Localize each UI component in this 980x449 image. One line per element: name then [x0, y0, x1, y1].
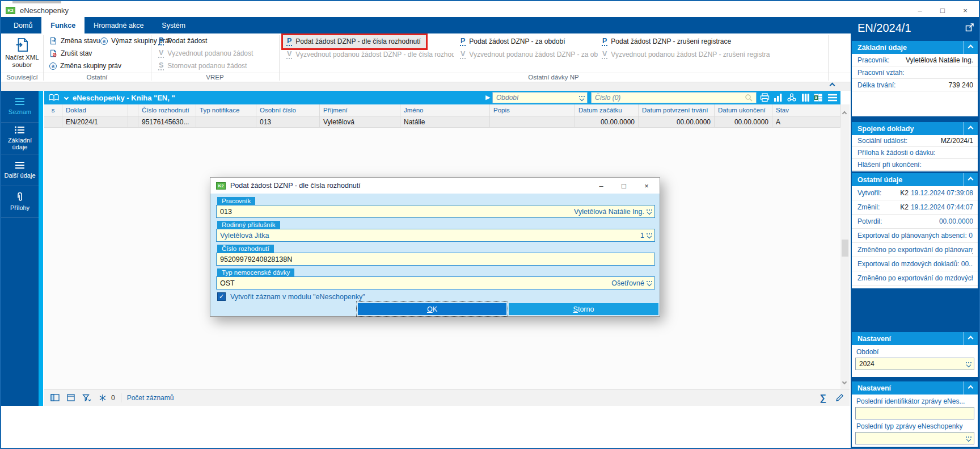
submit-dznp-unregister-button[interactable]: P Podat žádost DZNP - zrušení registrace: [600, 36, 733, 47]
section-header[interactable]: Spojené doklady: [852, 122, 978, 135]
preview-window-icon[interactable]: [66, 393, 76, 403]
scrollbar-thumb[interactable]: [842, 240, 848, 257]
column-header-cislo-rozhodnuti[interactable]: Číslo rozhodnutí: [138, 104, 196, 116]
sidebar-item-prilohy[interactable]: Přílohy: [1, 186, 39, 218]
submit-request-button[interactable]: P Podat žádost: [157, 35, 209, 47]
submit-dznp-by-period-button[interactable]: P Podat žádost DZNP - za období: [458, 36, 567, 47]
cislo-rozhodnuti-input[interactable]: 95209979240828138N: [216, 253, 655, 266]
tab-domu[interactable]: Domů: [5, 17, 41, 33]
excel-export-icon[interactable]: [812, 93, 823, 103]
column-header-s[interactable]: s: [44, 104, 62, 116]
combo-arrow-icon[interactable]: [967, 362, 970, 367]
period-combo[interactable]: 2024: [855, 358, 974, 370]
scroll-down-icon[interactable]: [843, 376, 846, 386]
column-header-datum-potvrzeni-trvani[interactable]: Datum potvrzení trvání: [639, 104, 715, 116]
tab-hromadne-akce[interactable]: Hromadné akce: [85, 17, 153, 33]
sidebar-item-dalsi-udaje[interactable]: Další údaje: [1, 154, 39, 186]
edit-pencil-icon[interactable]: [835, 393, 844, 402]
scroll-up-icon[interactable]: [843, 107, 846, 118]
vertical-scrollbar[interactable]: [840, 104, 850, 389]
column-header-typ-notifikace[interactable]: Typ notifikace: [196, 104, 256, 116]
ok-button[interactable]: OK: [358, 303, 506, 315]
record-count-label: Počet záznamů: [127, 394, 174, 402]
dialog-title-bar: K2 Podat žádost DZNP - dle čísla rozhodn…: [210, 178, 660, 194]
period-filter-field[interactable]: Období: [492, 92, 588, 103]
sidebar-item-seznam[interactable]: Seznam: [1, 91, 39, 123]
cell-s: [44, 116, 62, 127]
combo-arrow-icon[interactable]: [580, 95, 584, 100]
chevron-down-icon[interactable]: [64, 95, 69, 100]
load-xml-button[interactable]: Načíst XML soubor: [3, 35, 41, 72]
submit-dznp-by-decision-button[interactable]: P Podat žádost DZNP - dle čísla rozhodnu…: [285, 36, 423, 47]
typ-davky-input[interactable]: OST Ošetřovné: [216, 276, 655, 289]
column-header-popis[interactable]: Popis: [490, 104, 575, 116]
cancel-request-button[interactable]: S Stornovat podanou žádost: [157, 60, 248, 72]
cancel-state-button[interactable]: Zrušit stav: [48, 48, 94, 59]
close-button[interactable]: ×: [956, 5, 974, 16]
column-header-blank[interactable]: [128, 104, 138, 116]
dialog-minimize-button[interactable]: –: [594, 180, 609, 191]
column-header-stav[interactable]: Stav: [772, 104, 840, 116]
tab-funkce[interactable]: Funkce: [41, 17, 85, 33]
column-header-datum-ukonceni[interactable]: Datum ukončení: [715, 104, 772, 116]
combo-arrow-icon[interactable]: [648, 233, 651, 238]
pickup-dznp-by-period-button[interactable]: V Vyzvednout podanou žádost DZNP - za ob…: [458, 49, 598, 60]
letter-p-icon: P: [460, 37, 466, 46]
dialog-maximize-button[interactable]: □: [616, 180, 631, 191]
panel-row: Exportoval do plánovaných absencí: 0..: [852, 229, 978, 243]
last-message-type-combo[interactable]: [855, 432, 974, 444]
pickup-dznp-unregister-button[interactable]: V Vyzvednout podanou žádost DZNP - zruše…: [600, 49, 770, 60]
collapse-section-icon[interactable]: [963, 173, 978, 186]
combo-arrow-icon[interactable]: [967, 436, 970, 441]
section-header[interactable]: Ostatní údaje: [852, 173, 978, 186]
frozen-count-badge: 0: [111, 394, 115, 402]
open-in-window-icon[interactable]: [965, 23, 974, 32]
combo-arrow-icon[interactable]: [648, 280, 651, 286]
change-state-button[interactable]: Změna stavu: [48, 35, 102, 47]
pracovnik-input[interactable]: 013 Vyletělová Natálie Ing.: [216, 205, 655, 218]
section-header[interactable]: Nastavení: [852, 332, 978, 345]
sidebar-item-zakladni-udaje[interactable]: Základní údaje: [1, 123, 39, 154]
relations-icon[interactable]: [786, 93, 797, 103]
create-record-checkbox[interactable]: ✓ Vytvořit záznam v modulu "eNeschopenky…: [217, 292, 365, 301]
collapse-section-icon[interactable]: [963, 332, 978, 345]
change-rights-group-button[interactable]: a Změna skupiny práv: [48, 60, 123, 72]
panel-row: Pracovní vztah:: [852, 66, 978, 79]
collapse-section-icon[interactable]: [963, 122, 978, 135]
ribbon-group-labels: Související Ostatní VREP Ostatní dávky N…: [1, 73, 851, 82]
table-row[interactable]: EN/2024/1 95176145630... 013 Vyletělová …: [44, 116, 840, 128]
collapse-section-icon[interactable]: [963, 381, 978, 395]
section-header[interactable]: Základní údaje: [852, 41, 978, 54]
pickup-dznp-by-decision-button[interactable]: V Vyzvednout podanou žádost DZNP - dle č…: [285, 49, 454, 60]
storno-button[interactable]: Storno: [509, 303, 658, 315]
tab-system[interactable]: Systém: [153, 17, 195, 33]
filter-icon[interactable]: [82, 393, 92, 403]
column-header-prijmeni[interactable]: Příjmení: [320, 104, 400, 116]
chart-icon[interactable]: [772, 93, 784, 103]
pickup-request-button[interactable]: V Vyzvednout podanou žádost: [157, 48, 255, 59]
maximize-button[interactable]: □: [933, 5, 952, 16]
sum-icon[interactable]: ∑: [820, 393, 826, 403]
minimize-button[interactable]: –: [911, 5, 929, 16]
last-message-id-input[interactable]: [855, 407, 974, 419]
menu-icon[interactable]: [827, 93, 838, 103]
column-header-osobni-cislo[interactable]: Osobní číslo: [256, 104, 320, 116]
paperclip-icon: [16, 192, 24, 202]
dialog-close-button[interactable]: ×: [639, 180, 654, 191]
split-view-icon[interactable]: [50, 393, 60, 403]
search-field[interactable]: Číslo (0): [591, 92, 757, 103]
rodinny-prislusnik-input[interactable]: Vyletělová Jitka 1: [216, 229, 655, 242]
print-icon[interactable]: [759, 93, 770, 103]
checkbox-check-icon[interactable]: ✓: [217, 292, 226, 301]
column-header-datum-zacatku[interactable]: Datum začátku: [575, 104, 639, 116]
section-header[interactable]: Nastavení: [852, 381, 978, 395]
collapse-section-icon[interactable]: [963, 41, 978, 54]
snowflake-icon[interactable]: [98, 393, 108, 403]
play-filter-icon[interactable]: ▶: [485, 94, 490, 101]
book-icon[interactable]: [49, 94, 59, 102]
column-header-doklad[interactable]: Doklad: [62, 104, 128, 116]
column-header-jmeno[interactable]: Jméno: [400, 104, 490, 116]
combo-arrow-icon[interactable]: [648, 209, 651, 214]
ribbon-tab-bar: Domů Funkce Hromadné akce Systém: [1, 17, 979, 33]
columns-icon[interactable]: [800, 93, 811, 103]
